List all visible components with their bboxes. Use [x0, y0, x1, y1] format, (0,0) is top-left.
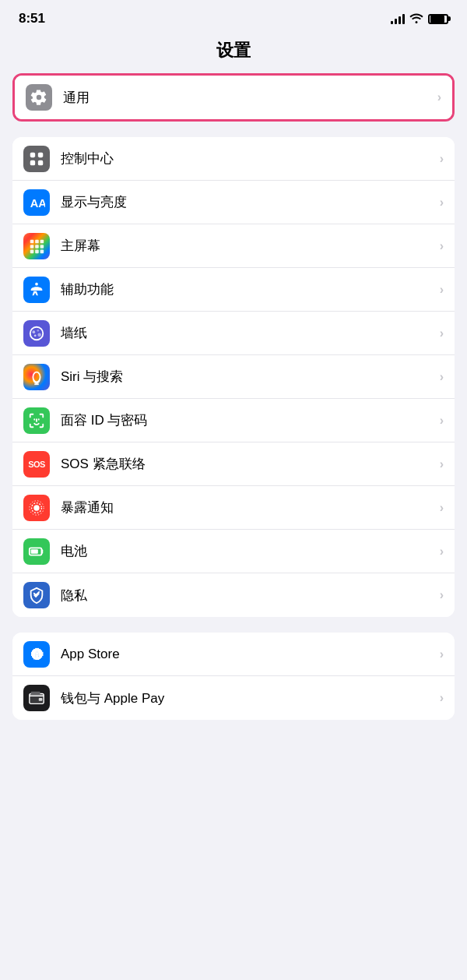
svg-rect-1 [38, 152, 43, 157]
svg-rect-33 [31, 692, 40, 695]
row-faceid[interactable]: 面容 ID 与密码 › [12, 399, 455, 442]
row-control-center[interactable]: 控制中心 › [12, 137, 455, 181]
siri-label: Siri 与搜索 [61, 368, 434, 386]
appstore-label: App Store [61, 647, 434, 662]
svg-rect-6 [35, 239, 39, 243]
wallet-icon [23, 685, 50, 711]
svg-rect-11 [30, 249, 34, 253]
wallpaper-label: 墙纸 [61, 324, 434, 342]
svg-rect-2 [30, 160, 35, 164]
row-exposure[interactable]: 暴露通知 › [12, 486, 455, 530]
wallet-label: 钱包与 Apple Pay [61, 689, 434, 707]
homescreen-label: 主屏幕 [61, 237, 434, 255]
row-accessibility[interactable]: 辅助功能 › [12, 268, 455, 312]
page-title: 设置 [0, 33, 467, 73]
battery-chevron: › [440, 545, 444, 559]
battery-settings-icon [23, 538, 50, 565]
svg-rect-3 [38, 160, 43, 164]
general-chevron: › [437, 90, 441, 104]
homescreen-icon [23, 233, 50, 259]
row-siri[interactable]: Siri 与搜索 › [12, 355, 455, 399]
accessibility-chevron: › [440, 283, 444, 297]
general-icon [26, 84, 52, 111]
svg-point-25 [33, 505, 39, 510]
status-icons [391, 12, 448, 26]
svg-point-14 [35, 282, 38, 285]
appstore-chevron: › [440, 647, 444, 661]
section-main: 控制中心 › AA 显示与亮度 › 主屏幕 › [12, 137, 455, 617]
display-label: 显示与亮度 [61, 193, 434, 211]
sos-label: SOS 紧急联络 [61, 455, 434, 473]
signal-icon [391, 13, 405, 24]
svg-rect-32 [39, 698, 43, 701]
sos-icon: SOS [23, 451, 50, 478]
svg-point-19 [34, 334, 37, 337]
control-center-icon [23, 146, 50, 172]
wallpaper-icon [23, 320, 50, 347]
svg-rect-9 [35, 245, 39, 249]
row-wallet[interactable]: 钱包与 Apple Pay › [12, 676, 455, 720]
row-general[interactable]: 通用 › [15, 76, 452, 119]
svg-point-18 [37, 333, 41, 337]
row-sos[interactable]: SOS SOS 紧急联络 › [12, 442, 455, 486]
section-general: 通用 › [12, 73, 455, 122]
wallet-chevron: › [440, 691, 444, 705]
svg-rect-12 [35, 249, 39, 253]
faceid-chevron: › [440, 414, 444, 428]
general-label: 通用 [63, 89, 431, 107]
faceid-label: 面容 ID 与密码 [61, 411, 434, 429]
row-wallpaper[interactable]: 墙纸 › [12, 312, 455, 355]
svg-point-17 [37, 329, 39, 331]
svg-point-15 [30, 326, 44, 340]
status-bar: 8:51 [0, 0, 467, 33]
wifi-icon [409, 12, 423, 26]
svg-rect-10 [40, 245, 44, 249]
svg-rect-7 [40, 239, 44, 243]
svg-text:AA: AA [30, 196, 45, 209]
exposure-chevron: › [440, 501, 444, 515]
display-icon: AA [23, 189, 50, 216]
svg-point-16 [33, 330, 36, 333]
faceid-icon [23, 407, 50, 434]
accessibility-label: 辅助功能 [61, 280, 434, 298]
privacy-chevron: › [440, 588, 444, 602]
row-homescreen[interactable]: 主屏幕 › [12, 224, 455, 268]
svg-rect-8 [30, 245, 34, 249]
siri-icon [23, 364, 50, 390]
exposure-icon [23, 495, 50, 521]
privacy-icon [23, 582, 50, 608]
row-battery[interactable]: 电池 › [12, 530, 455, 573]
siri-chevron: › [440, 370, 444, 384]
row-display[interactable]: AA 显示与亮度 › [12, 181, 455, 224]
svg-rect-0 [30, 152, 35, 157]
sos-chevron: › [440, 457, 444, 471]
row-appstore[interactable]: 🅐 App Store › [12, 633, 455, 676]
section-apps: 🅐 App Store › 钱包与 Apple Pay › [12, 633, 455, 720]
display-chevron: › [440, 196, 444, 210]
svg-rect-29 [31, 549, 38, 554]
control-center-label: 控制中心 [61, 150, 434, 167]
exposure-label: 暴露通知 [61, 499, 434, 516]
svg-rect-13 [40, 249, 44, 253]
svg-rect-5 [30, 239, 34, 243]
battery-icon [428, 14, 448, 24]
wallpaper-chevron: › [440, 326, 444, 340]
accessibility-icon [23, 277, 50, 303]
control-center-chevron: › [440, 152, 444, 166]
privacy-label: 隐私 [61, 587, 434, 605]
homescreen-chevron: › [440, 239, 444, 253]
row-privacy[interactable]: 隐私 › [12, 573, 455, 617]
status-time: 8:51 [19, 11, 45, 26]
appstore-icon: 🅐 [23, 641, 50, 668]
battery-label: 电池 [61, 542, 434, 560]
